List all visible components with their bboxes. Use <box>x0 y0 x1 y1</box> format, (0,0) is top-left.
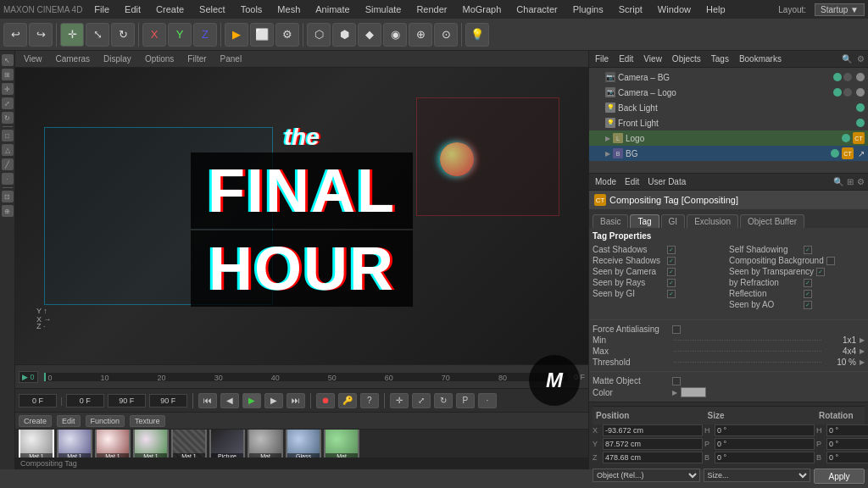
obj-row-camera-bg[interactable]: 📷 Camera – BG <box>589 69 868 85</box>
mat-edit-btn[interactable]: Edit <box>57 415 81 427</box>
attr-menu-edit[interactable]: Edit <box>622 177 642 186</box>
menu-render[interactable]: Render <box>413 4 450 14</box>
x-input[interactable] <box>603 424 703 436</box>
timeline-bar[interactable]: 0 10 20 30 40 50 60 70 80 90 <box>43 372 569 382</box>
menu-tools[interactable]: Tools <box>237 4 266 14</box>
attr-tab-basic[interactable]: Basic <box>593 214 628 228</box>
p-input[interactable] <box>715 438 815 450</box>
seen-camera-check[interactable]: ✓ <box>667 268 676 276</box>
z-axis-btn[interactable]: Z <box>193 23 217 47</box>
go-end-btn[interactable]: ⏭ <box>287 393 305 408</box>
obj-btn6[interactable]: ⊙ <box>434 23 458 47</box>
mat-texture-btn[interactable]: Texture <box>130 415 165 427</box>
redo-btn[interactable]: ↪ <box>29 23 53 47</box>
frame-start-input[interactable] <box>66 394 104 408</box>
point-key-btn[interactable]: · <box>478 393 497 408</box>
seen-transparency-check[interactable]: ✓ <box>816 268 825 276</box>
menu-file[interactable]: File <box>91 4 113 14</box>
force-aa-checkbox[interactable]: □ <box>672 325 681 334</box>
attr-menu-userdata[interactable]: User Data <box>645 177 688 186</box>
b2-input[interactable] <box>826 452 868 463</box>
axis-icon[interactable]: ⊕ <box>2 205 14 217</box>
y-input[interactable] <box>603 438 703 450</box>
obj-row-front-light[interactable]: 💡 Front Light <box>589 115 868 130</box>
scale-tool-btn[interactable]: ⤡ <box>86 23 109 47</box>
point-icon[interactable]: · <box>2 173 14 185</box>
auto-key-btn[interactable]: 🔑 <box>338 393 357 408</box>
obj-menu-bookmarks[interactable]: Bookmarks <box>737 54 784 64</box>
render-btn[interactable]: ▶ <box>225 23 248 47</box>
mat-item-3[interactable]: Mat.1 <box>95 430 131 458</box>
menu-help[interactable]: Help <box>703 4 729 14</box>
vtab-filter[interactable]: Filter <box>182 54 211 64</box>
edge-icon[interactable]: ╱ <box>2 158 14 170</box>
move-icon[interactable]: ✛ <box>2 83 14 95</box>
matte-checkbox[interactable]: □ <box>672 377 681 385</box>
mat-item-9[interactable]: Mat <box>324 430 359 458</box>
color-arrow[interactable]: ▶ <box>672 389 677 396</box>
mat-item-2[interactable]: Mat.1 <box>57 430 92 458</box>
obj-btn2[interactable]: ⬢ <box>332 23 356 47</box>
fps-input[interactable] <box>149 394 187 408</box>
obj-row-back-light[interactable]: 💡 Back Light <box>589 100 868 115</box>
menu-character[interactable]: Character <box>513 4 560 14</box>
obj-btn1[interactable]: ⬡ <box>307 23 331 47</box>
cast-shadows-check[interactable]: ✓ <box>667 246 676 254</box>
attr-tab-exclusion[interactable]: Exclusion <box>687 214 738 228</box>
obj-menu-file[interactable]: File <box>593 54 611 64</box>
render-settings-btn[interactable]: ⚙ <box>275 23 299 47</box>
seen-refraction-check[interactable]: ✓ <box>804 279 812 287</box>
p2-input[interactable] <box>826 438 868 450</box>
menu-edit[interactable]: Edit <box>121 4 144 14</box>
mat-item-6[interactable]: Picture <box>209 430 245 458</box>
undo-btn[interactable]: ↩ <box>3 23 27 47</box>
param-key-btn[interactable]: P <box>456 393 475 408</box>
obj-menu-tags[interactable]: Tags <box>709 54 732 64</box>
x-axis-btn[interactable]: X <box>142 23 166 47</box>
attr-search-icon[interactable]: 🔍 <box>833 177 843 186</box>
self-shadowing-check[interactable]: ✓ <box>804 246 812 254</box>
menu-select[interactable]: Select <box>196 4 229 14</box>
viewport[interactable]: Perspective the FINAL HOUR <box>15 68 588 364</box>
rotate-tool-btn[interactable]: ↻ <box>111 23 135 47</box>
move-key-btn[interactable]: ✛ <box>390 393 409 408</box>
attr-gear-icon[interactable]: ⚙ <box>857 177 865 186</box>
expand-bg-icon[interactable]: ▶ <box>605 150 610 158</box>
coord-dropdown-2[interactable]: Size... <box>704 469 811 482</box>
go-prev-btn[interactable]: ◀ <box>220 393 239 408</box>
seen-ao-check[interactable]: ✓ <box>804 301 812 309</box>
menu-create[interactable]: Create <box>153 4 187 14</box>
frame-end-input[interactable] <box>108 394 146 408</box>
live-select-icon[interactable]: ⊞ <box>2 69 14 80</box>
move-tool-btn[interactable]: ✛ <box>60 23 84 47</box>
attr-tab-tag[interactable]: Tag <box>630 214 659 228</box>
obj-row-logo[interactable]: ▶ L Logo CT <box>589 130 868 146</box>
attr-tab-gi[interactable]: GI <box>661 214 686 228</box>
poly-icon[interactable]: △ <box>2 144 14 156</box>
z-input[interactable] <box>603 452 703 463</box>
vtab-display[interactable]: Display <box>98 54 136 64</box>
receive-shadows-check[interactable]: ✓ <box>667 257 676 265</box>
mat-item-8[interactable]: Glass <box>286 430 321 458</box>
vtab-panel[interactable]: Panel <box>215 54 248 64</box>
y-axis-btn[interactable]: Y <box>168 23 192 47</box>
min-arrow[interactable]: ▶ <box>860 336 865 344</box>
layout-value[interactable]: Startup ▼ <box>815 3 865 16</box>
obj-row-camera-logo[interactable]: 📷 Camera – Logo <box>589 85 868 100</box>
compositing-bg-check[interactable]: □ <box>826 257 835 265</box>
obj-search-icon[interactable]: 🔍 <box>842 54 852 64</box>
bg-tag[interactable]: CT <box>842 147 854 159</box>
color-swatch[interactable] <box>681 387 706 397</box>
expand-logo-icon[interactable]: ▶ <box>605 135 610 142</box>
menu-plugins[interactable]: Plugins <box>570 4 607 14</box>
attr-menu-mode[interactable]: Mode <box>593 177 619 186</box>
light-btn[interactable]: 💡 <box>465 23 489 47</box>
vtab-cameras[interactable]: Cameras <box>51 54 96 64</box>
obj-btn5[interactable]: ⊕ <box>409 23 432 47</box>
obj-btn3[interactable]: ◆ <box>358 23 381 47</box>
go-next-btn[interactable]: ▶ <box>264 393 283 408</box>
obj-gear-icon[interactable]: ⚙ <box>857 54 865 64</box>
help-btn[interactable]: ? <box>360 393 379 408</box>
render-region-btn[interactable]: ⬜ <box>250 23 274 47</box>
mat-item-7[interactable]: Mat <box>248 430 283 458</box>
